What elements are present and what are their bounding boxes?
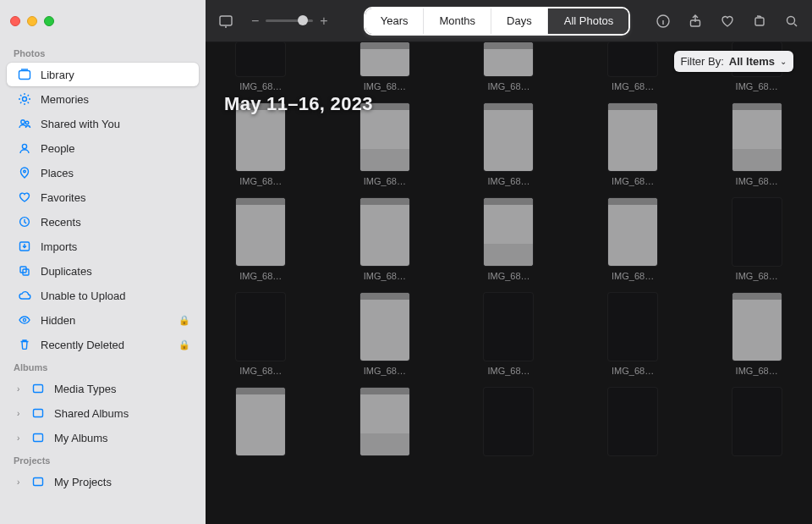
svg-point-1 bbox=[23, 97, 27, 102]
photo-thumbnail[interactable] bbox=[236, 198, 285, 266]
photo-thumbnail[interactable] bbox=[608, 388, 657, 455]
sidebar-item-label: My Albums bbox=[54, 432, 108, 444]
photo-thumbnail[interactable] bbox=[608, 293, 657, 361]
photo-thumbnail[interactable] bbox=[732, 198, 782, 266]
info-icon[interactable] bbox=[655, 13, 672, 30]
search-icon[interactable] bbox=[783, 13, 800, 30]
photo-caption: IMG_68… bbox=[612, 81, 654, 91]
sidebar-item-imports[interactable]: Imports bbox=[7, 234, 199, 258]
photo-cell[interactable]: IMG_68… bbox=[472, 198, 546, 281]
sidebar-item-label: Favorites bbox=[41, 191, 85, 204]
photo-thumbnail[interactable] bbox=[484, 388, 533, 455]
sidebar-item-label: Recently Deleted bbox=[41, 339, 124, 351]
photo-cell[interactable]: IMG_68… bbox=[596, 42, 670, 91]
sidebar-item-label: Unable to Upload bbox=[41, 290, 125, 302]
segment-months[interactable]: Months bbox=[424, 8, 491, 34]
sidebar-item-my-albums[interactable]: › My Albums bbox=[7, 426, 199, 450]
segment-all-photos[interactable]: All Photos bbox=[548, 8, 629, 34]
filter-label: Filter By: bbox=[681, 55, 724, 68]
photo-cell[interactable]: IMG_68… bbox=[720, 198, 793, 281]
sidebar-item-recents[interactable]: Recents bbox=[7, 210, 199, 234]
photo-cell[interactable]: IMG_68… bbox=[596, 293, 670, 376]
sidebar-item-label: Library bbox=[41, 69, 74, 81]
photo-caption: IMG_68… bbox=[612, 271, 654, 281]
photo-cell[interactable]: IMG_68… bbox=[472, 42, 546, 91]
photo-cell[interactable]: IMG_68… bbox=[472, 103, 546, 186]
photo-thumbnail[interactable] bbox=[608, 198, 657, 266]
photo-cell[interactable] bbox=[348, 388, 422, 455]
clock-icon bbox=[17, 214, 32, 229]
people-icon bbox=[17, 141, 32, 156]
sidebar-item-unable-to-upload[interactable]: Unable to Upload bbox=[7, 284, 199, 307]
photo-cell[interactable]: IMG_68… bbox=[720, 293, 793, 376]
sidebar-item-duplicates[interactable]: Duplicates bbox=[7, 259, 199, 283]
photo-thumbnail[interactable] bbox=[732, 388, 782, 455]
share-icon[interactable] bbox=[687, 13, 704, 30]
photo-cell[interactable]: IMG_68… bbox=[224, 198, 298, 281]
photo-cell[interactable]: IMG_68… bbox=[596, 103, 670, 186]
photo-thumbnail[interactable] bbox=[236, 293, 285, 361]
svg-point-5 bbox=[24, 170, 26, 173]
photo-cell[interactable]: IMG_68… bbox=[348, 198, 422, 281]
photo-cell[interactable]: IMG_68… bbox=[596, 198, 670, 281]
photo-caption: IMG_68… bbox=[487, 271, 529, 281]
photo-thumbnail[interactable] bbox=[732, 293, 782, 361]
segment-days[interactable]: Days bbox=[491, 8, 548, 34]
svg-rect-0 bbox=[19, 71, 30, 80]
photo-cell[interactable] bbox=[596, 388, 670, 455]
photo-thumbnail[interactable] bbox=[484, 42, 533, 76]
photo-cell[interactable]: IMG_68… bbox=[348, 103, 422, 186]
photo-thumbnail[interactable] bbox=[360, 293, 409, 361]
photo-thumbnail[interactable] bbox=[236, 42, 285, 76]
lock-icon: 🔒 bbox=[178, 315, 190, 326]
chevron-right-icon: › bbox=[17, 384, 27, 394]
photo-thumbnail[interactable] bbox=[484, 103, 533, 171]
photo-thumbnail[interactable] bbox=[484, 198, 533, 266]
photo-thumbnail[interactable] bbox=[608, 103, 657, 171]
filter-dropdown[interactable]: Filter By: All Items ⌄ bbox=[674, 51, 793, 72]
slider-track[interactable] bbox=[266, 19, 313, 22]
photo-cell[interactable]: IMG_68… bbox=[224, 103, 298, 186]
sidebar-item-label: Shared with You bbox=[41, 118, 120, 130]
photo-cell[interactable]: IMG_68… bbox=[720, 103, 793, 186]
photo-cell[interactable]: IMG_68… bbox=[348, 293, 422, 376]
photo-cell[interactable]: IMG_68… bbox=[472, 293, 546, 376]
photo-thumbnail[interactable] bbox=[360, 388, 409, 455]
sidebar-item-library[interactable]: Library bbox=[7, 63, 199, 86]
photo-thumbnail[interactable] bbox=[360, 198, 409, 266]
sidebar-item-hidden[interactable]: Hidden 🔒 bbox=[7, 308, 199, 332]
favorite-icon[interactable] bbox=[719, 13, 736, 30]
sidebar-item-shared-with-you[interactable]: Shared with You bbox=[7, 112, 199, 135]
sidebar-item-favorites[interactable]: Favorites bbox=[7, 185, 199, 209]
photo-thumbnail[interactable] bbox=[484, 293, 533, 361]
photo-thumbnail[interactable] bbox=[732, 103, 782, 171]
photo-thumbnail[interactable] bbox=[236, 388, 285, 455]
sidebar-item-people[interactable]: People bbox=[7, 136, 199, 160]
photo-cell[interactable] bbox=[472, 388, 546, 455]
segment-years[interactable]: Years bbox=[365, 8, 425, 34]
photo-caption: IMG_68… bbox=[239, 176, 282, 186]
photo-thumbnail[interactable] bbox=[608, 42, 657, 76]
photo-cell[interactable]: IMG_68… bbox=[224, 293, 298, 376]
sidebar-item-memories[interactable]: Memories bbox=[7, 87, 199, 111]
sidebar-item-recently-deleted[interactable]: Recently Deleted 🔒 bbox=[7, 333, 199, 356]
aspect-icon[interactable] bbox=[217, 13, 234, 30]
sidebar-item-my-projects[interactable]: › My Projects bbox=[7, 470, 199, 494]
slider-knob[interactable] bbox=[298, 15, 308, 25]
sidebar-item-label: Hidden bbox=[41, 314, 75, 327]
zoom-slider[interactable]: − + bbox=[251, 14, 328, 29]
album-icon bbox=[30, 381, 46, 396]
fullscreen-window-button[interactable] bbox=[44, 16, 54, 26]
sidebar-item-shared-albums[interactable]: › Shared Albums bbox=[7, 401, 199, 425]
rotate-icon[interactable] bbox=[751, 13, 768, 30]
close-window-button[interactable] bbox=[10, 16, 20, 26]
sidebar-item-places[interactable]: Places bbox=[7, 161, 199, 185]
sidebar-item-media-types[interactable]: › Media Types bbox=[7, 377, 199, 400]
photo-cell[interactable]: IMG_68… bbox=[224, 42, 298, 91]
photo-thumbnail[interactable] bbox=[360, 42, 409, 76]
minimize-window-button[interactable] bbox=[27, 16, 37, 26]
photo-cell[interactable]: IMG_68… bbox=[348, 42, 422, 91]
chevron-right-icon: › bbox=[17, 433, 27, 443]
photo-cell[interactable] bbox=[224, 388, 298, 455]
photo-cell[interactable] bbox=[720, 388, 793, 455]
